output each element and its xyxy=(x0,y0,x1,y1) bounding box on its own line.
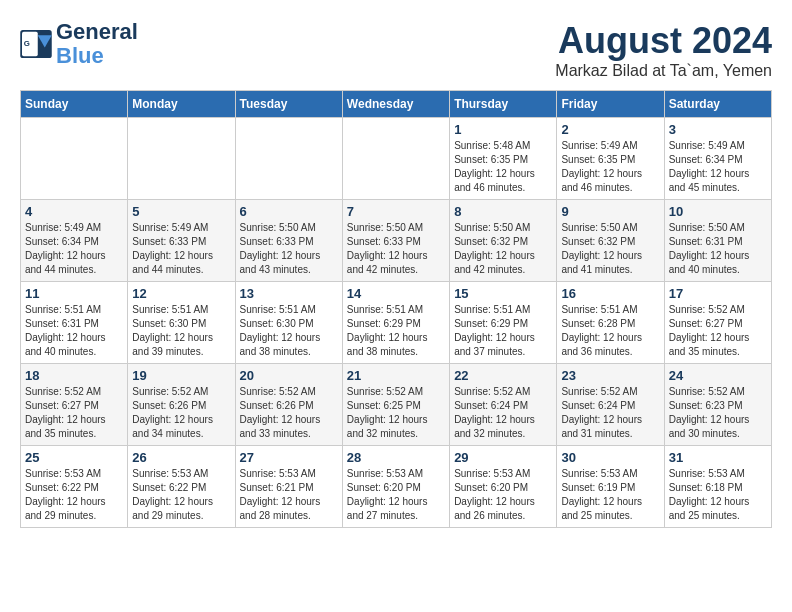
day-number: 26 xyxy=(132,450,230,465)
calendar-day-cell: 15Sunrise: 5:51 AM Sunset: 6:29 PM Dayli… xyxy=(450,282,557,364)
calendar-day-cell: 8Sunrise: 5:50 AM Sunset: 6:32 PM Daylig… xyxy=(450,200,557,282)
calendar-day-cell: 2Sunrise: 5:49 AM Sunset: 6:35 PM Daylig… xyxy=(557,118,664,200)
day-info: Sunrise: 5:52 AM Sunset: 6:27 PM Dayligh… xyxy=(25,385,123,441)
day-number: 25 xyxy=(25,450,123,465)
day-number: 31 xyxy=(669,450,767,465)
day-info: Sunrise: 5:51 AM Sunset: 6:31 PM Dayligh… xyxy=(25,303,123,359)
day-info: Sunrise: 5:53 AM Sunset: 6:21 PM Dayligh… xyxy=(240,467,338,523)
day-number: 10 xyxy=(669,204,767,219)
day-info: Sunrise: 5:52 AM Sunset: 6:24 PM Dayligh… xyxy=(454,385,552,441)
calendar-week-row: 18Sunrise: 5:52 AM Sunset: 6:27 PM Dayli… xyxy=(21,364,772,446)
weekday-header-cell: Friday xyxy=(557,91,664,118)
calendar-day-cell: 21Sunrise: 5:52 AM Sunset: 6:25 PM Dayli… xyxy=(342,364,449,446)
calendar-day-cell: 3Sunrise: 5:49 AM Sunset: 6:34 PM Daylig… xyxy=(664,118,771,200)
calendar-day-cell: 29Sunrise: 5:53 AM Sunset: 6:20 PM Dayli… xyxy=(450,446,557,528)
day-info: Sunrise: 5:50 AM Sunset: 6:32 PM Dayligh… xyxy=(454,221,552,277)
calendar-body: 1Sunrise: 5:48 AM Sunset: 6:35 PM Daylig… xyxy=(21,118,772,528)
day-number: 9 xyxy=(561,204,659,219)
day-number: 8 xyxy=(454,204,552,219)
day-info: Sunrise: 5:52 AM Sunset: 6:27 PM Dayligh… xyxy=(669,303,767,359)
calendar-day-cell: 20Sunrise: 5:52 AM Sunset: 6:26 PM Dayli… xyxy=(235,364,342,446)
day-info: Sunrise: 5:53 AM Sunset: 6:20 PM Dayligh… xyxy=(454,467,552,523)
day-number: 1 xyxy=(454,122,552,137)
day-info: Sunrise: 5:49 AM Sunset: 6:33 PM Dayligh… xyxy=(132,221,230,277)
day-number: 4 xyxy=(25,204,123,219)
weekday-header-row: SundayMondayTuesdayWednesdayThursdayFrid… xyxy=(21,91,772,118)
calendar-day-cell xyxy=(21,118,128,200)
logo-text: GeneralBlue xyxy=(56,20,138,68)
calendar-day-cell: 4Sunrise: 5:49 AM Sunset: 6:34 PM Daylig… xyxy=(21,200,128,282)
calendar-day-cell: 5Sunrise: 5:49 AM Sunset: 6:33 PM Daylig… xyxy=(128,200,235,282)
calendar-day-cell xyxy=(128,118,235,200)
day-info: Sunrise: 5:49 AM Sunset: 6:34 PM Dayligh… xyxy=(669,139,767,195)
calendar-week-row: 1Sunrise: 5:48 AM Sunset: 6:35 PM Daylig… xyxy=(21,118,772,200)
day-number: 20 xyxy=(240,368,338,383)
day-number: 15 xyxy=(454,286,552,301)
day-number: 30 xyxy=(561,450,659,465)
day-number: 29 xyxy=(454,450,552,465)
calendar-day-cell: 28Sunrise: 5:53 AM Sunset: 6:20 PM Dayli… xyxy=(342,446,449,528)
calendar-day-cell: 10Sunrise: 5:50 AM Sunset: 6:31 PM Dayli… xyxy=(664,200,771,282)
calendar-day-cell xyxy=(235,118,342,200)
day-number: 7 xyxy=(347,204,445,219)
calendar-day-cell: 14Sunrise: 5:51 AM Sunset: 6:29 PM Dayli… xyxy=(342,282,449,364)
day-number: 14 xyxy=(347,286,445,301)
calendar-day-cell: 31Sunrise: 5:53 AM Sunset: 6:18 PM Dayli… xyxy=(664,446,771,528)
day-info: Sunrise: 5:49 AM Sunset: 6:35 PM Dayligh… xyxy=(561,139,659,195)
day-info: Sunrise: 5:52 AM Sunset: 6:24 PM Dayligh… xyxy=(561,385,659,441)
svg-text:G: G xyxy=(24,39,30,48)
day-info: Sunrise: 5:50 AM Sunset: 6:31 PM Dayligh… xyxy=(669,221,767,277)
calendar-day-cell: 12Sunrise: 5:51 AM Sunset: 6:30 PM Dayli… xyxy=(128,282,235,364)
calendar-week-row: 11Sunrise: 5:51 AM Sunset: 6:31 PM Dayli… xyxy=(21,282,772,364)
day-number: 24 xyxy=(669,368,767,383)
weekday-header-cell: Saturday xyxy=(664,91,771,118)
day-number: 18 xyxy=(25,368,123,383)
day-info: Sunrise: 5:50 AM Sunset: 6:33 PM Dayligh… xyxy=(240,221,338,277)
weekday-header-cell: Sunday xyxy=(21,91,128,118)
calendar-day-cell: 18Sunrise: 5:52 AM Sunset: 6:27 PM Dayli… xyxy=(21,364,128,446)
calendar-day-cell: 16Sunrise: 5:51 AM Sunset: 6:28 PM Dayli… xyxy=(557,282,664,364)
calendar-day-cell: 6Sunrise: 5:50 AM Sunset: 6:33 PM Daylig… xyxy=(235,200,342,282)
day-number: 12 xyxy=(132,286,230,301)
day-number: 19 xyxy=(132,368,230,383)
calendar-week-row: 4Sunrise: 5:49 AM Sunset: 6:34 PM Daylig… xyxy=(21,200,772,282)
day-info: Sunrise: 5:52 AM Sunset: 6:25 PM Dayligh… xyxy=(347,385,445,441)
calendar-day-cell: 13Sunrise: 5:51 AM Sunset: 6:30 PM Dayli… xyxy=(235,282,342,364)
day-number: 17 xyxy=(669,286,767,301)
day-info: Sunrise: 5:51 AM Sunset: 6:29 PM Dayligh… xyxy=(347,303,445,359)
calendar-day-cell: 22Sunrise: 5:52 AM Sunset: 6:24 PM Dayli… xyxy=(450,364,557,446)
day-info: Sunrise: 5:52 AM Sunset: 6:26 PM Dayligh… xyxy=(132,385,230,441)
day-number: 27 xyxy=(240,450,338,465)
weekday-header-cell: Thursday xyxy=(450,91,557,118)
calendar-day-cell: 25Sunrise: 5:53 AM Sunset: 6:22 PM Dayli… xyxy=(21,446,128,528)
weekday-header-cell: Tuesday xyxy=(235,91,342,118)
calendar-day-cell: 17Sunrise: 5:52 AM Sunset: 6:27 PM Dayli… xyxy=(664,282,771,364)
day-info: Sunrise: 5:52 AM Sunset: 6:23 PM Dayligh… xyxy=(669,385,767,441)
calendar-day-cell: 27Sunrise: 5:53 AM Sunset: 6:21 PM Dayli… xyxy=(235,446,342,528)
weekday-header-cell: Wednesday xyxy=(342,91,449,118)
day-info: Sunrise: 5:51 AM Sunset: 6:28 PM Dayligh… xyxy=(561,303,659,359)
day-info: Sunrise: 5:53 AM Sunset: 6:20 PM Dayligh… xyxy=(347,467,445,523)
weekday-header-cell: Monday xyxy=(128,91,235,118)
day-info: Sunrise: 5:51 AM Sunset: 6:30 PM Dayligh… xyxy=(240,303,338,359)
calendar-day-cell: 30Sunrise: 5:53 AM Sunset: 6:19 PM Dayli… xyxy=(557,446,664,528)
day-info: Sunrise: 5:49 AM Sunset: 6:34 PM Dayligh… xyxy=(25,221,123,277)
day-number: 5 xyxy=(132,204,230,219)
day-number: 22 xyxy=(454,368,552,383)
day-info: Sunrise: 5:50 AM Sunset: 6:32 PM Dayligh… xyxy=(561,221,659,277)
day-info: Sunrise: 5:52 AM Sunset: 6:26 PM Dayligh… xyxy=(240,385,338,441)
logo: G GeneralBlue xyxy=(20,20,138,68)
day-info: Sunrise: 5:51 AM Sunset: 6:30 PM Dayligh… xyxy=(132,303,230,359)
subtitle: Markaz Bilad at Ta`am, Yemen xyxy=(555,62,772,80)
day-number: 21 xyxy=(347,368,445,383)
day-info: Sunrise: 5:53 AM Sunset: 6:18 PM Dayligh… xyxy=(669,467,767,523)
day-info: Sunrise: 5:50 AM Sunset: 6:33 PM Dayligh… xyxy=(347,221,445,277)
day-number: 28 xyxy=(347,450,445,465)
calendar-day-cell xyxy=(342,118,449,200)
calendar-table: SundayMondayTuesdayWednesdayThursdayFrid… xyxy=(20,90,772,528)
day-number: 16 xyxy=(561,286,659,301)
calendar-day-cell: 19Sunrise: 5:52 AM Sunset: 6:26 PM Dayli… xyxy=(128,364,235,446)
day-info: Sunrise: 5:51 AM Sunset: 6:29 PM Dayligh… xyxy=(454,303,552,359)
header: G GeneralBlue August 2024 Markaz Bilad a… xyxy=(20,20,772,80)
calendar-day-cell: 24Sunrise: 5:52 AM Sunset: 6:23 PM Dayli… xyxy=(664,364,771,446)
